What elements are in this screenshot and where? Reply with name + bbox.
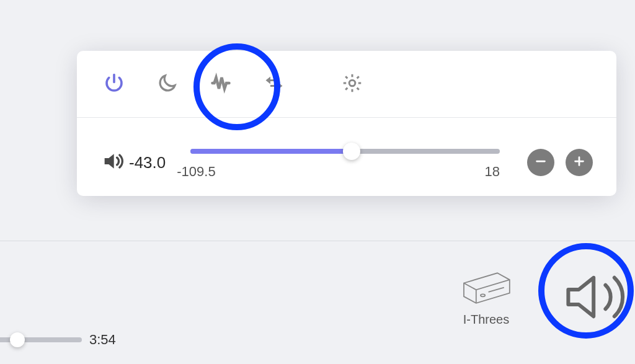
popup-body: -43.0 -109.5 18 [77, 118, 616, 196]
swap-icon [263, 72, 285, 97]
power-icon [103, 72, 125, 97]
volume-display: -43.0 [100, 149, 166, 176]
power-button[interactable] [102, 72, 127, 97]
device-label: I-Threes [449, 313, 523, 327]
popup-toolbar [77, 51, 616, 118]
output-device[interactable]: I-Threes [449, 266, 523, 327]
moon-icon [156, 72, 179, 97]
volume-down-button[interactable] [527, 149, 554, 176]
waveform-button[interactable] [208, 72, 233, 97]
receiver-icon [458, 295, 514, 308]
master-volume-button[interactable] [559, 266, 634, 331]
svg-point-0 [349, 80, 355, 86]
waveform-icon [210, 72, 232, 97]
volume-up-button[interactable] [566, 149, 593, 176]
minus-icon [534, 154, 548, 171]
speaker-icon [100, 149, 125, 176]
slider-range-labels: -109.5 18 [177, 164, 500, 180]
svg-point-4 [481, 294, 485, 296]
player-strip: 3:54 I-Threes [0, 241, 635, 241]
sleep-button[interactable] [155, 72, 180, 97]
speaker-large-icon [559, 319, 634, 330]
settings-button[interactable] [340, 72, 365, 97]
gear-icon [341, 72, 363, 97]
slider-thumb[interactable] [343, 143, 360, 160]
volume-slider[interactable]: -109.5 18 [190, 145, 500, 180]
elapsed-time: 3:54 [89, 332, 116, 348]
svg-line-5 [489, 288, 504, 292]
slider-fill [190, 149, 351, 154]
slider-min-label: -109.5 [177, 164, 215, 180]
progress-area: 3:54 [0, 332, 635, 348]
swap-button[interactable] [262, 72, 286, 97]
slider-max-label: 18 [485, 164, 500, 180]
plus-icon [572, 154, 586, 171]
progress-thumb[interactable] [10, 332, 25, 347]
volume-popup: -43.0 -109.5 18 [77, 51, 616, 196]
volume-value: -43.0 [129, 153, 166, 172]
progress-slider[interactable] [0, 337, 82, 342]
